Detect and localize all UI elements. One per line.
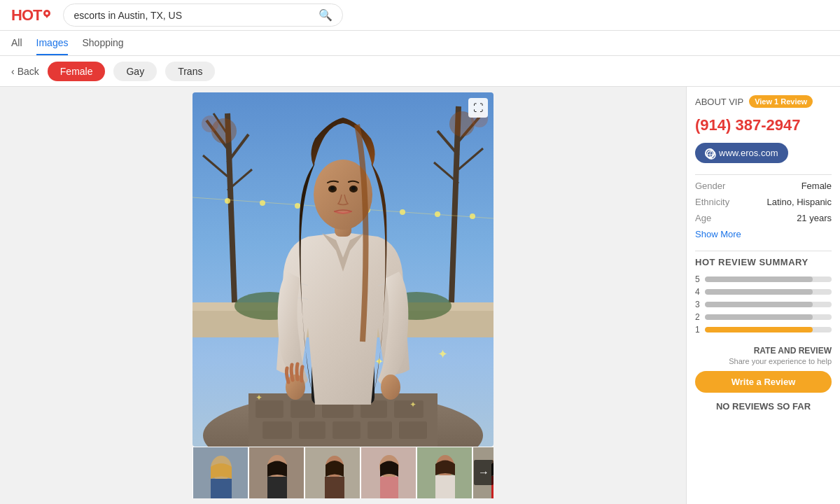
- back-label: Back: [18, 66, 39, 77]
- no-reviews-label: NO REVIEWS SO FAR: [695, 401, 832, 412]
- age-value: 21 years: [797, 213, 832, 223]
- info-ethnicity: Ethnicity Latino, Hispanic: [695, 197, 832, 207]
- rating-bar-bg-5: [705, 276, 832, 282]
- rating-bar-fill-5: [705, 276, 813, 282]
- phone-number[interactable]: (914) 387-2947: [695, 116, 832, 134]
- rating-bars: 5 4 3 2: [695, 274, 832, 335]
- back-arrow-icon: ‹: [11, 66, 15, 77]
- tab-all[interactable]: All: [11, 31, 22, 55]
- filter-gay[interactable]: Gay: [113, 62, 157, 81]
- gender-value: Female: [802, 181, 832, 191]
- info-divider: [695, 174, 832, 175]
- about-vip-section: ABOUT VIP View 1 Review: [695, 95, 832, 108]
- thumbnail-3[interactable]: [304, 447, 360, 498]
- header: HOT escorts in Austin, TX, US 🔍: [0, 0, 840, 31]
- logo-text: HOT: [11, 6, 41, 24]
- thumbnails-next-button[interactable]: →: [474, 460, 493, 485]
- thumbnails: →: [192, 447, 493, 498]
- rating-label-3: 3: [695, 300, 701, 309]
- svg-point-52: [381, 374, 400, 400]
- website-icon: [705, 148, 715, 158]
- svg-rect-67: [325, 477, 344, 498]
- rating-bar-bg-4: [705, 289, 832, 295]
- svg-point-30: [202, 115, 218, 132]
- svg-point-2: [46, 12, 48, 15]
- svg-point-57: [330, 186, 335, 190]
- logo[interactable]: HOT: [11, 6, 52, 24]
- rating-row-5: 5: [695, 274, 832, 284]
- rate-review-section: RATE AND REVIEW Share your experience to…: [695, 346, 832, 393]
- review-summary-title: HOT REVIEW SUMMARY: [695, 257, 832, 267]
- rating-bar-fill-1: [705, 327, 813, 332]
- filter-bar: ‹ Back Female Gay Trans: [0, 56, 840, 87]
- rating-bar-fill-4: [705, 289, 813, 295]
- age-label: Age: [695, 213, 711, 223]
- website-label: www.eros.com: [719, 148, 778, 158]
- main-image-container: ✦ ✦ ✦ ✦ ✦ ✦: [192, 92, 493, 447]
- tab-images[interactable]: Images: [36, 31, 69, 55]
- rating-bar-fill-3: [705, 302, 813, 307]
- search-bar: escorts in Austin, TX, US 🔍: [63, 4, 343, 27]
- website-button[interactable]: www.eros.com: [695, 143, 788, 163]
- rating-bar-bg-2: [705, 314, 832, 320]
- rate-label: RATE AND REVIEW: [695, 346, 832, 356]
- svg-rect-64: [267, 477, 287, 498]
- svg-point-58: [351, 186, 356, 190]
- nav-tabs: All Images Shopping: [0, 31, 840, 56]
- search-input[interactable]: escorts in Austin, TX, US: [74, 10, 318, 21]
- right-sidebar: ABOUT VIP View 1 Review (914) 387-2947 w…: [686, 87, 840, 504]
- gender-label: Gender: [695, 181, 725, 191]
- expand-button[interactable]: ⛶: [468, 98, 488, 118]
- thumbnail-5[interactable]: [416, 447, 472, 498]
- rating-row-2: 2: [695, 312, 832, 322]
- rating-label-4: 4: [695, 287, 701, 297]
- rating-label-2: 2: [695, 312, 701, 322]
- vip-badge[interactable]: View 1 Review: [749, 95, 813, 108]
- ethnicity-label: Ethnicity: [695, 197, 729, 207]
- review-divider: [695, 251, 832, 251]
- info-age: Age 21 years: [695, 213, 832, 223]
- rating-label-5: 5: [695, 274, 701, 284]
- ethnicity-value: Latino, Hispanic: [767, 197, 832, 207]
- filter-female[interactable]: Female: [48, 62, 106, 81]
- info-gender: Gender Female: [695, 181, 832, 191]
- about-vip-label: ABOUT VIP: [695, 97, 743, 107]
- tab-shopping[interactable]: Shopping: [82, 31, 123, 55]
- svg-point-43: [470, 214, 475, 219]
- rating-row-4: 4: [695, 287, 832, 297]
- svg-rect-61: [211, 479, 232, 498]
- thumbnail-2[interactable]: [248, 447, 304, 498]
- rating-label-1: 1: [695, 325, 701, 335]
- rating-bar-bg-1: [705, 327, 832, 332]
- thumbnail-4[interactable]: [360, 447, 416, 498]
- center-area: ✦ ✦ ✦ ✦ ✦ ✦: [0, 87, 686, 504]
- thumbnail-1[interactable]: [192, 447, 248, 498]
- rating-row-3: 3: [695, 300, 832, 309]
- rating-row-1: 1: [695, 325, 832, 335]
- search-icon[interactable]: 🔍: [318, 8, 332, 22]
- show-more-button[interactable]: Show More: [695, 229, 832, 239]
- write-review-button[interactable]: Write a Review: [695, 371, 832, 393]
- svg-rect-70: [380, 477, 398, 498]
- svg-point-36: [225, 198, 230, 204]
- back-button[interactable]: ‹ Back: [11, 66, 39, 77]
- rate-sublabel: Share your experience to help: [695, 357, 832, 365]
- rating-bar-bg-3: [705, 302, 832, 307]
- filter-trans[interactable]: Trans: [165, 62, 215, 81]
- svg-rect-73: [435, 475, 455, 498]
- main-content: ✦ ✦ ✦ ✦ ✦ ✦: [0, 87, 840, 504]
- rating-bar-fill-2: [705, 314, 813, 320]
